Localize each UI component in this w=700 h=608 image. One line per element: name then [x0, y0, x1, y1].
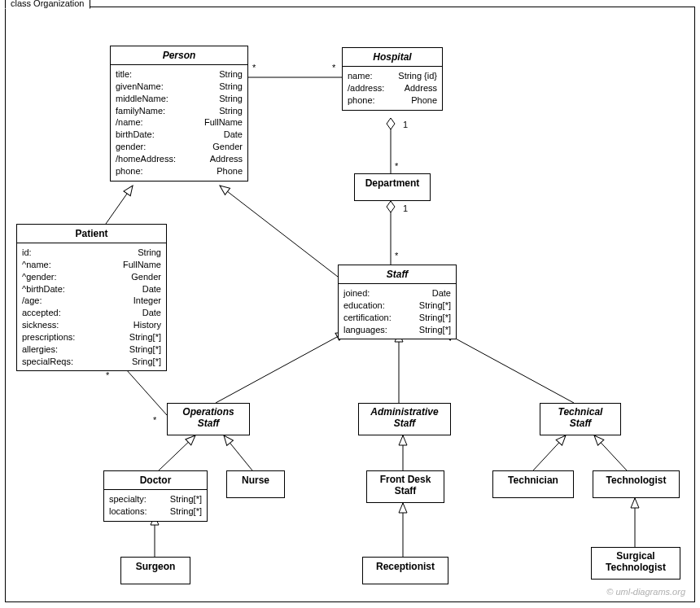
class-doctor-title: Doctor: [104, 471, 207, 490]
class-surgeon-title: Surgeon: [121, 558, 190, 575]
attr-row: locations:String[*]: [109, 505, 202, 518]
attr-row: education:String[*]: [343, 300, 451, 312]
class-department-title: Department: [355, 174, 430, 192]
class-staff: Staff joined:Dateeducation:String[*]cert…: [338, 265, 457, 339]
class-nurse-title: Nurse: [227, 471, 284, 489]
class-doctor-attrs: specialty:String[*]locations:String[*]: [104, 490, 207, 521]
attr-row: /address:Address: [348, 82, 437, 94]
mult-person-hospital-left: *: [252, 63, 256, 72]
class-technician-title: Technician: [493, 471, 573, 489]
attr-row: title:String: [116, 68, 243, 81]
class-patient: Patient id:String^name:FullName^gender:G…: [16, 224, 167, 371]
mult-person-hospital-right: *: [332, 63, 335, 72]
mult-hospital-dept-1: 1: [403, 120, 408, 129]
attr-row: phone:Phone: [348, 94, 437, 107]
class-technologist-title: Technologist: [593, 471, 679, 489]
attr-row: languages:String[*]: [343, 324, 451, 336]
attr-row: specialReqs:Sring[*]: [22, 356, 161, 368]
attr-row: allergies:String[*]: [22, 343, 161, 356]
attr-row: ^name:FullName: [22, 259, 161, 271]
attr-row: familyName:String: [116, 105, 243, 117]
attr-row: sickness:History: [22, 319, 161, 331]
class-doctor: Doctor specialty:String[*]locations:Stri…: [103, 470, 208, 522]
class-surgeon: Surgeon: [120, 557, 190, 584]
class-surgical-technologist-title: Surgical Technologist: [592, 548, 680, 577]
class-technician: Technician: [492, 470, 574, 498]
attr-row: prescriptions:String[*]: [22, 331, 161, 343]
mult-dept-staff-star: *: [395, 251, 398, 260]
class-surgical-technologist: Surgical Technologist: [591, 547, 680, 580]
class-staff-attrs: joined:Dateeducation:String[*]certificat…: [339, 284, 456, 339]
watermark: © uml-diagrams.org: [606, 587, 685, 597]
attr-row: birthDate:Date: [116, 129, 243, 141]
class-administrative-staff: Administrative Staff: [358, 403, 451, 435]
mult-patient-ops-right: *: [153, 415, 156, 425]
attr-row: id:String: [22, 247, 161, 259]
attr-row: middleName:String: [116, 93, 243, 105]
class-patient-title: Patient: [17, 225, 166, 243]
class-operations-staff: Operations Staff: [167, 403, 250, 435]
class-receptionist-title: Receptionist: [363, 558, 448, 575]
class-staff-title: Staff: [339, 265, 456, 284]
class-department: Department: [354, 173, 431, 201]
class-nurse: Nurse: [226, 470, 285, 498]
class-person-attrs: title:StringgivenName:StringmiddleName:S…: [111, 65, 247, 181]
class-hospital-attrs: name:String {id}/address:Addressphone:Ph…: [343, 67, 442, 110]
mult-dept-staff-1: 1: [403, 203, 408, 213]
attr-row: ^gender:Gender: [22, 271, 161, 283]
attr-row: certification:String[*]: [343, 312, 451, 324]
class-technical-staff: Technical Staff: [540, 403, 621, 435]
mult-hospital-dept-star: *: [395, 161, 398, 171]
class-hospital-title: Hospital: [343, 48, 442, 67]
class-operations-staff-title: Operations Staff: [168, 404, 249, 433]
attr-row: /name:FullName: [116, 116, 243, 129]
attr-row: accepted:Date: [22, 307, 161, 319]
class-administrative-staff-title: Administrative Staff: [359, 404, 450, 433]
mult-patient-ops-left: *: [106, 370, 109, 380]
class-receptionist: Receptionist: [362, 557, 448, 584]
class-front-desk-staff-title: Front Desk Staff: [367, 471, 444, 501]
class-person-title: Person: [111, 46, 247, 65]
attr-row: givenName:String: [116, 81, 243, 93]
class-technologist: Technologist: [593, 470, 680, 498]
class-front-desk-staff: Front Desk Staff: [366, 470, 444, 503]
attr-row: joined:Date: [343, 287, 451, 300]
attr-row: name:String {id}: [348, 70, 437, 82]
attr-row: gender:Gender: [116, 141, 243, 153]
attr-row: phone:Phone: [116, 165, 243, 177]
class-person: Person title:StringgivenName:Stringmiddl…: [110, 46, 248, 182]
class-hospital: Hospital name:String {id}/address:Addres…: [342, 47, 443, 111]
attr-row: /homeAddress:Address: [116, 153, 243, 165]
frame-title: class Organization: [5, 0, 90, 9]
attr-row: ^birthDate:Date: [22, 283, 161, 295]
attr-row: /age:Integer: [22, 295, 161, 307]
class-technical-staff-title: Technical Staff: [540, 404, 620, 433]
attr-row: specialty:String[*]: [109, 493, 202, 505]
frame-title-text: class Organization: [11, 0, 85, 8]
class-patient-attrs: id:String^name:FullName^gender:Gender^bi…: [17, 243, 166, 370]
